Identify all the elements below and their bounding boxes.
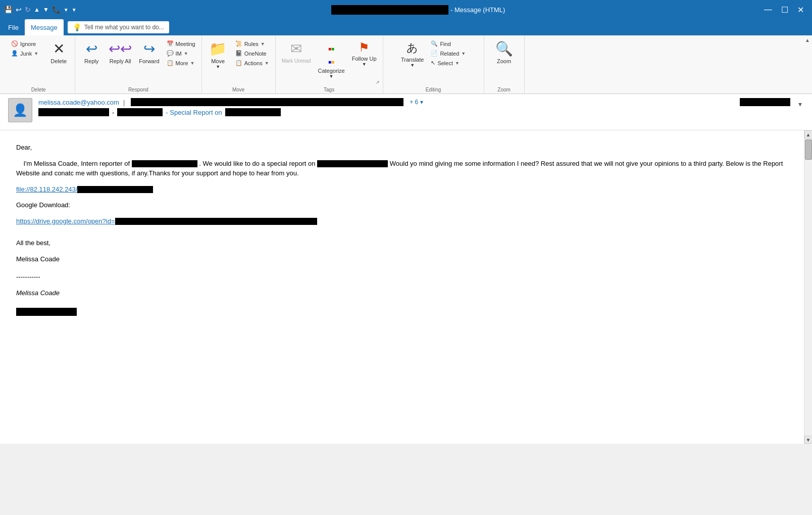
find-label: Find xyxy=(440,41,450,47)
plus-recipients[interactable]: + 6 ▾ xyxy=(410,99,423,106)
junk-button[interactable]: 👤 Junk ▼ xyxy=(9,49,40,58)
tags-expand[interactable]: ↗ xyxy=(376,80,380,85)
delete-button[interactable]: ✕ Delete xyxy=(45,37,72,65)
avatar-person-icon: 👤 xyxy=(13,103,28,117)
move-buttons: 📁 Move ▼ 📜 Rules ▼ 📓 OneNote 📋 Actions ▼ xyxy=(205,37,272,85)
move-icon: 📁 xyxy=(209,40,227,57)
ribbon-group-tags: ✉ Mark Unread ■■ ■■ Categorize ▼ ⚑ Follo… xyxy=(276,35,383,93)
redo-icon[interactable]: ↻ xyxy=(25,6,31,14)
scroll-thumb[interactable] xyxy=(805,139,812,160)
select-label: Select xyxy=(437,60,453,66)
related-icon: 📄 xyxy=(431,50,438,57)
ribbon: 🚫 Ignore 👤 Junk ▼ ✕ Delete Delete ↩ Repl… xyxy=(0,35,812,94)
up-icon[interactable]: ▲ xyxy=(34,6,40,13)
link2-visible: https://drive.google.com/open?id= xyxy=(16,217,115,225)
email-area: Dear, I'm Melissa Coade, Intern reporter… xyxy=(0,130,812,444)
actions-dropdown: ▼ xyxy=(265,61,269,66)
intro-text: I'm Melissa Coade, Intern reporter of xyxy=(23,160,130,167)
ribbon-group-respond: ↩ Reply ↩↩ Reply All ↪ Forward 📅 Meeting… xyxy=(75,35,201,93)
closing-text: All the best, xyxy=(16,238,788,248)
select-icon: ↖ xyxy=(431,60,435,66)
follow-up-button[interactable]: ⚑ Follow Up ▼ xyxy=(349,37,380,68)
editing-group-label: Editing xyxy=(426,85,441,92)
rules-icon: 📜 xyxy=(235,40,242,47)
menu-file[interactable]: File xyxy=(2,19,25,35)
ribbon-group-zoom: 🔍 Zoom Zoom xyxy=(484,35,525,93)
save-icon[interactable]: 💾 xyxy=(4,6,13,14)
subject-dash1: - xyxy=(112,109,114,116)
menu-message[interactable]: Message xyxy=(25,19,64,35)
sender-name: Melissa Coade xyxy=(16,254,788,264)
close-button[interactable]: ✕ xyxy=(793,4,808,16)
mark-unread-button[interactable]: ✉ Mark Unread xyxy=(279,37,314,65)
find-button[interactable]: 🔍 Find xyxy=(428,39,469,48)
delete-label: Delete xyxy=(50,58,67,64)
divider-text: ----------- xyxy=(16,272,788,282)
delete-buttons: 🚫 Ignore 👤 Junk ▼ ✕ Delete xyxy=(5,37,72,85)
respond-buttons: ↩ Reply ↩↩ Reply All ↪ Forward 📅 Meeting… xyxy=(78,37,198,85)
scroll-up-button[interactable]: ▲ xyxy=(804,130,813,138)
link1[interactable]: file://82.118.242.243/ xyxy=(16,185,153,193)
link2[interactable]: https://drive.google.com/open?id= xyxy=(16,217,317,225)
related-dropdown: ▼ xyxy=(461,51,466,56)
categorize-icon: ■■ ■■ xyxy=(328,40,334,67)
tell-me-box[interactable]: 💡 Tell me what you want to do... xyxy=(68,21,169,33)
expand-email-header-button[interactable]: ▾ xyxy=(796,98,804,110)
phone-icon[interactable]: 📞 xyxy=(52,6,61,14)
arrow-icon[interactable]: ▼ xyxy=(64,7,69,13)
meeting-button[interactable]: 📅 Meeting xyxy=(164,39,198,48)
actions-button[interactable]: 📋 Actions ▼ xyxy=(232,59,272,67)
down-icon[interactable]: ▼ xyxy=(43,6,49,13)
zoom-buttons: 🔍 Zoom xyxy=(491,37,517,85)
email-body: Dear, I'm Melissa Coade, Intern reporter… xyxy=(0,130,804,444)
actions-label: Actions xyxy=(244,60,263,66)
delete-icon: ✕ xyxy=(53,40,65,57)
reply-button[interactable]: ↩ Reply xyxy=(78,37,105,65)
categorize-button[interactable]: ■■ ■■ Categorize ▼ xyxy=(315,37,347,80)
subject-text: - Special Report on xyxy=(166,109,222,116)
more-dropdown: ▼ xyxy=(190,61,195,66)
im-dropdown: ▼ xyxy=(184,51,188,56)
ignore-label: Ignore xyxy=(20,41,36,47)
meeting-icon: 📅 xyxy=(167,40,174,47)
translate-button[interactable]: あ Translate ▼ xyxy=(398,37,427,69)
more-button[interactable]: 📋 More ▼ xyxy=(164,59,198,67)
title-bar-controls: 💾 ↩ ↻ ▲ ▼ 📞 ▼ ▼ xyxy=(4,6,77,14)
sig-name: Melissa Coade xyxy=(16,288,788,298)
forward-button[interactable]: ↪ Forward xyxy=(136,37,162,65)
scroll-down-button[interactable]: ▼ xyxy=(804,436,813,444)
reply-all-label: Reply All xyxy=(110,58,131,64)
ribbon-group-delete: 🚫 Ignore 👤 Junk ▼ ✕ Delete Delete xyxy=(2,35,75,93)
move-group-label: Move xyxy=(232,85,244,92)
zoom-button[interactable]: 🔍 Zoom xyxy=(491,37,517,65)
quick-access-icon[interactable]: ▼ xyxy=(72,7,77,13)
zoom-icon: 🔍 xyxy=(495,40,513,57)
im-button[interactable]: 💬 IM ▼ xyxy=(164,49,198,58)
subject-part3-redacted xyxy=(225,108,281,116)
select-button[interactable]: ↖ Select ▼ xyxy=(428,59,469,67)
link2-paragraph: https://drive.google.com/open?id= xyxy=(16,216,788,226)
sender-email[interactable]: melissa.coade@yahoo.com xyxy=(38,99,119,106)
follow-up-icon: ⚑ xyxy=(359,40,370,55)
tags-group-label: Tags xyxy=(324,85,334,92)
signature: ----------- Melissa Coade xyxy=(16,272,788,316)
minimize-button[interactable]: — xyxy=(760,4,776,16)
related-button[interactable]: 📄 Related ▼ xyxy=(428,49,469,58)
restore-button[interactable]: ☐ xyxy=(777,4,792,16)
editing-buttons: あ Translate ▼ 🔍 Find 📄 Related ▼ ↖ Selec… xyxy=(398,37,469,85)
junk-icon: 👤 xyxy=(11,50,18,57)
ribbon-collapse-button[interactable]: ▲ xyxy=(805,37,810,43)
subject-row: - - Special Report on xyxy=(38,108,790,116)
lightbulb-icon: 💡 xyxy=(73,23,81,31)
ignore-junk-group: 🚫 Ignore 👤 Junk ▼ xyxy=(5,37,44,60)
undo-icon[interactable]: ↩ xyxy=(16,6,22,14)
rules-button[interactable]: 📜 Rules ▼ xyxy=(232,39,272,48)
ignore-button[interactable]: 🚫 Ignore xyxy=(9,39,40,48)
move-button[interactable]: 📁 Move ▼ xyxy=(205,37,231,70)
onenote-button[interactable]: 📓 OneNote xyxy=(232,49,272,58)
title-text: - Message (HTML) xyxy=(450,6,505,14)
sig-redacted xyxy=(16,308,77,316)
reply-all-button[interactable]: ↩↩ Reply All xyxy=(106,37,135,65)
zoom-label: Zoom xyxy=(497,58,511,64)
reply-label: Reply xyxy=(84,58,98,64)
